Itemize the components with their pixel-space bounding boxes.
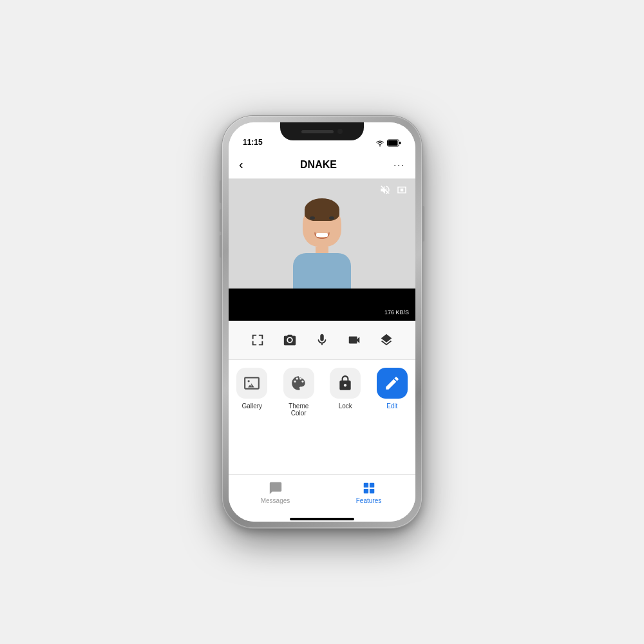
video-top-bar bbox=[372, 179, 415, 201]
bitrate-display: 176 KB/S bbox=[384, 309, 409, 316]
svg-rect-1 bbox=[399, 142, 401, 144]
lock-label: Lock bbox=[339, 402, 352, 410]
messages-tab-icon bbox=[269, 481, 283, 495]
theme-color-feature[interactable]: ThemeColor bbox=[279, 368, 318, 417]
svg-rect-3 bbox=[401, 189, 404, 192]
video-container: 176 KB/S bbox=[229, 179, 415, 321]
more-button[interactable]: ··· bbox=[393, 160, 405, 170]
messages-tab-label: Messages bbox=[261, 497, 290, 504]
svg-rect-7 bbox=[363, 488, 368, 493]
features-tab-label: Features bbox=[356, 497, 381, 504]
status-icons bbox=[375, 139, 401, 147]
gallery-label: Gallery bbox=[242, 402, 262, 410]
layers-button[interactable] bbox=[375, 328, 398, 352]
svg-rect-6 bbox=[369, 482, 374, 487]
svg-rect-8 bbox=[369, 488, 374, 493]
tab-messages[interactable]: Messages bbox=[229, 475, 322, 518]
edit-icon bbox=[384, 375, 401, 392]
svg-rect-5 bbox=[363, 482, 368, 487]
edit-feature[interactable]: Edit bbox=[373, 368, 412, 410]
camera-button[interactable] bbox=[278, 328, 301, 352]
theme-color-icon bbox=[290, 375, 307, 392]
back-button[interactable]: ‹ bbox=[239, 157, 243, 172]
gallery-icon bbox=[243, 375, 260, 392]
gallery-feature[interactable]: Gallery bbox=[232, 368, 271, 410]
tab-features[interactable]: Features bbox=[322, 475, 415, 518]
phone-screen: 11:15 ‹ DNAKE ··· bbox=[229, 122, 415, 522]
controls-strip bbox=[229, 321, 415, 360]
wifi-icon bbox=[375, 139, 384, 147]
video-call-button[interactable] bbox=[343, 328, 366, 352]
features-tab-icon bbox=[362, 481, 376, 495]
lock-icon-wrap bbox=[330, 368, 361, 399]
theme-color-icon-wrap bbox=[283, 368, 314, 399]
tab-bar: Messages Features bbox=[229, 474, 415, 518]
home-indicator bbox=[229, 518, 415, 522]
mute-icon[interactable] bbox=[379, 184, 391, 196]
app-title: DNAKE bbox=[243, 159, 394, 171]
speaker bbox=[301, 130, 334, 133]
microphone-button[interactable] bbox=[310, 328, 334, 352]
lock-icon bbox=[337, 375, 354, 392]
battery-icon bbox=[387, 139, 401, 147]
video-black-bar: 176 KB/S bbox=[229, 289, 415, 321]
theme-color-label: ThemeColor bbox=[289, 402, 308, 417]
phone-frame: 11:15 ‹ DNAKE ··· bbox=[222, 116, 422, 528]
gallery-icon-wrap bbox=[236, 368, 267, 399]
svg-point-4 bbox=[248, 380, 250, 382]
lock-feature[interactable]: Lock bbox=[326, 368, 365, 410]
notch bbox=[280, 122, 364, 140]
app-header: ‹ DNAKE ··· bbox=[229, 151, 415, 179]
screen-icon[interactable] bbox=[396, 184, 408, 196]
home-indicator-bar bbox=[290, 518, 354, 520]
front-camera bbox=[337, 129, 343, 134]
status-time: 11:15 bbox=[243, 138, 263, 147]
features-section: Gallery ThemeColor Lock bbox=[229, 360, 415, 424]
edit-label: Edit bbox=[386, 402, 397, 410]
fullscreen-button[interactable] bbox=[246, 328, 269, 352]
edit-icon-wrap bbox=[377, 368, 408, 399]
svg-rect-2 bbox=[388, 140, 398, 146]
